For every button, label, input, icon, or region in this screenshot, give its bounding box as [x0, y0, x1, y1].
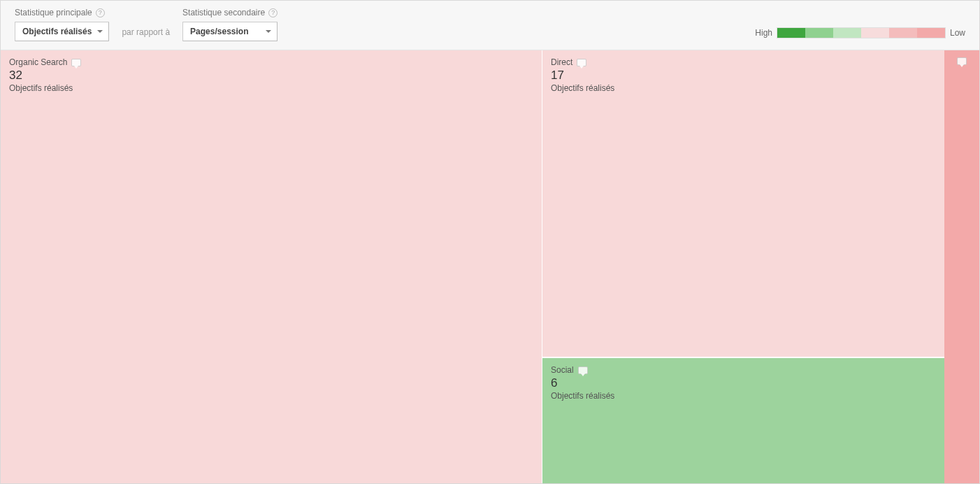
legend-swatch [833, 28, 861, 38]
primary-stat-group: Statistique principale ? Objectifs réali… [15, 8, 109, 41]
report-frame: Statistique principale ? Objectifs réali… [0, 0, 980, 484]
cell-value: 17 [551, 69, 936, 83]
toolbar: Statistique principale ? Objectifs réali… [1, 1, 979, 50]
comment-icon[interactable] [71, 59, 81, 66]
caret-down-icon [266, 30, 271, 33]
treemap: Organic Search 32 Objectifs réalisés Dir… [1, 50, 979, 483]
cell-title-row: Organic Search [9, 57, 533, 67]
cell-title: Direct [551, 57, 572, 67]
treemap-cell-other[interactable] [944, 50, 979, 483]
treemap-row-top: Direct 17 Objectifs réalisés [542, 50, 944, 358]
caret-down-icon [97, 30, 103, 33]
cell-sub: Objectifs réalisés [551, 391, 936, 401]
cell-title-row: Direct [551, 57, 936, 67]
cell-title: Social [551, 365, 574, 375]
secondary-stat-dropdown[interactable]: Pages/session [182, 22, 278, 41]
color-legend: High Low [755, 27, 965, 41]
treemap-cell-organic[interactable]: Organic Search 32 Objectifs réalisés [1, 50, 542, 483]
cell-title-row: Social [551, 365, 936, 375]
primary-stat-value: Objectifs réalisés [22, 27, 92, 36]
help-icon[interactable]: ? [96, 8, 105, 17]
legend-low-label: Low [950, 28, 965, 38]
secondary-stat-value: Pages/session [190, 27, 248, 36]
treemap-cell-social[interactable]: Social 6 Objectifs réalisés [542, 358, 944, 483]
cell-sub: Objectifs réalisés [9, 83, 533, 93]
cell-value: 32 [9, 69, 533, 83]
cell-sub: Objectifs réalisés [551, 83, 936, 93]
primary-stat-dropdown[interactable]: Objectifs réalisés [15, 22, 109, 41]
primary-stat-label: Statistique principale [15, 8, 92, 17]
cell-value: 6 [551, 376, 936, 390]
treemap-col-right: Direct 17 Objectifs réalisés Social 6 Ob… [542, 50, 944, 483]
legend-high-label: High [755, 28, 772, 38]
secondary-stat-label: Statistique secondaire [182, 8, 265, 17]
secondary-stat-group: Statistique secondaire ? Pages/session [182, 8, 278, 41]
cell-title: Organic Search [9, 57, 67, 67]
legend-swatch [861, 28, 889, 38]
secondary-stat-title-row: Statistique secondaire ? [182, 8, 278, 17]
treemap-cell-direct[interactable]: Direct 17 Objectifs réalisés [542, 50, 944, 357]
primary-stat-title-row: Statistique principale ? [15, 8, 109, 17]
treemap-row-bottom: Social 6 Objectifs réalisés [542, 358, 944, 483]
comment-icon[interactable] [957, 57, 967, 65]
help-icon[interactable]: ? [268, 8, 278, 17]
legend-swatches [777, 27, 946, 38]
legend-swatch [805, 28, 833, 38]
compare-label: par rapport à [122, 27, 170, 41]
comment-icon[interactable] [578, 366, 588, 374]
legend-swatch [889, 28, 917, 38]
legend-swatch [917, 28, 945, 38]
treemap-col-left: Organic Search 32 Objectifs réalisés [1, 50, 542, 483]
comment-icon[interactable] [577, 59, 586, 66]
legend-swatch [777, 28, 805, 38]
